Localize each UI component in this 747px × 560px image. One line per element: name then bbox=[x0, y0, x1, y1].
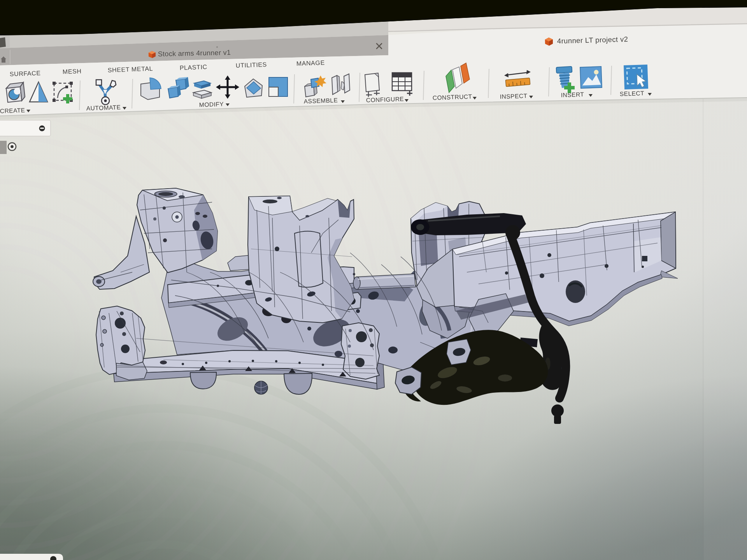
svg-text:PLASTIC: PLASTIC bbox=[179, 63, 207, 71]
svg-text:INSERT: INSERT bbox=[561, 91, 584, 98]
svg-text:AUTOMATE: AUTOMATE bbox=[86, 104, 121, 112]
svg-text:CONFIGURE: CONFIGURE bbox=[366, 96, 404, 103]
svg-text:INSPECT: INSPECT bbox=[500, 93, 528, 100]
svg-text:MODIFY: MODIFY bbox=[199, 101, 224, 108]
svg-text:SURFACE: SURFACE bbox=[10, 70, 41, 77]
svg-text:Stock arms 4runner v1: Stock arms 4runner v1 bbox=[158, 49, 231, 58]
svg-text:MANAGE: MANAGE bbox=[296, 59, 325, 67]
svg-text:CREATE: CREATE bbox=[0, 107, 25, 114]
svg-text:MESH: MESH bbox=[63, 68, 82, 75]
svg-text:UTILITIES: UTILITIES bbox=[236, 61, 267, 69]
svg-text:SELECT: SELECT bbox=[620, 90, 645, 97]
svg-text:ASSEMBLE: ASSEMBLE bbox=[304, 97, 338, 105]
svg-text:CONSTRUCT: CONSTRUCT bbox=[433, 93, 472, 101]
